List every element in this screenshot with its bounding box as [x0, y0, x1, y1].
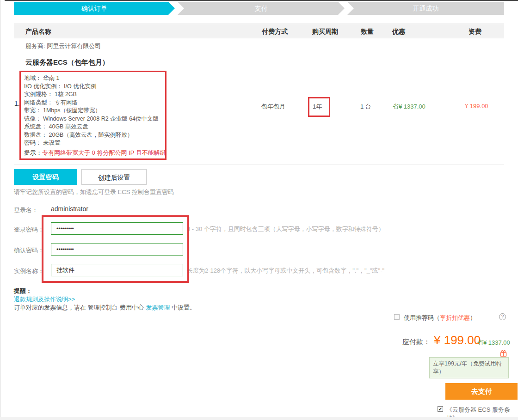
order-table-header: 产品名称 付费方式 购买周期 数量 优惠 资费	[14, 24, 504, 38]
col-payment-method: 付费方式	[262, 28, 288, 36]
instance-name-hint: 长度为2-128个字符，以大小写字母或中文开头，可包含数字，"."，"_"或"-…	[187, 267, 384, 275]
col-fee: 资费	[469, 28, 481, 36]
detail-io: I/O 优化实例： I/O 优化实例	[24, 83, 166, 91]
step-pay-label: 支付	[255, 5, 268, 12]
login-password-label: 登录密码：	[14, 225, 44, 234]
product-row-separator	[14, 164, 504, 165]
detail-bandwidth: 带宽： 1Mbps（按固定带宽）	[24, 107, 166, 115]
detail-spec: 实例规格： 1核 2GB	[24, 91, 166, 99]
login-name-value: administrator	[51, 205, 88, 213]
instance-name-input[interactable]	[51, 264, 183, 276]
tab-set-after-create[interactable]: 创建后设置	[81, 169, 147, 185]
tab-set-password[interactable]: 设置密码	[14, 169, 77, 185]
referral-label-prefix: 使用推荐码（	[404, 314, 440, 321]
help-icon[interactable]: ?	[499, 313, 506, 320]
tab-set-password-label: 设置密码	[33, 173, 59, 181]
step-success-label: 开通成功	[413, 5, 439, 12]
top-border-line	[5, 0, 518, 1]
reminder-title: 提醒：	[14, 287, 32, 295]
invoice-note-prefix: 订单对应的发票信息，请在 管理控制台-费用中心-	[14, 304, 146, 311]
referral-label-highlight: 享折扣优惠	[440, 314, 470, 321]
instance-name-label: 实例名称：	[14, 267, 44, 275]
payable-saving: 省¥ 1337.00	[477, 339, 510, 347]
login-password-input[interactable]	[51, 222, 183, 235]
detail-network: 网络类型： 专有网络	[24, 99, 166, 107]
row-index: 1.	[14, 100, 20, 107]
product-title: 云服务器ECS（包年包月）	[25, 58, 109, 67]
referral-code-checkbox[interactable]	[394, 314, 400, 320]
detail-password: 密码： 未设置	[24, 139, 166, 147]
col-discount: 优惠	[392, 28, 405, 36]
tab-set-after-create-label: 创建后设置	[98, 174, 130, 181]
col-purchase-period: 购买周期	[312, 28, 338, 36]
cell-quantity: 1 台	[360, 103, 371, 111]
cell-purchase-period: 1年	[313, 103, 322, 111]
product-detail-list: 地域： 华南 1 I/O 优化实例： I/O 优化实例 实例规格： 1核 2GB…	[24, 74, 166, 147]
promo-tooltip: 立享199元/年（免费试用特享）	[429, 357, 509, 378]
refund-rules-link-text[interactable]: 退款规则及操作说明>>	[14, 296, 75, 303]
gift-icon[interactable]	[500, 349, 507, 357]
col-product-name: 产品名称	[25, 28, 51, 36]
invoice-management-link[interactable]: 发票管理	[146, 304, 170, 311]
detail-region: 地域： 华南 1	[24, 74, 166, 83]
cell-discount: 省¥ 1337.00	[393, 103, 426, 111]
payable-amount: ¥ 199.00	[434, 333, 481, 347]
refund-rules-link[interactable]: 退款规则及操作说明>>	[14, 295, 75, 304]
detail-datadisk: 数据盘： 20GB（高效云盘，随实例释放）	[24, 131, 166, 140]
referral-label-suffix: ）	[470, 314, 476, 321]
terms-checkbox[interactable]: ✔	[438, 406, 443, 412]
confirm-password-input[interactable]	[51, 243, 183, 256]
go-pay-button[interactable]: 去支付	[445, 383, 518, 400]
password-note: 请牢记您所设置的密码，如遗忘可登录 ECS 控制台重置密码	[14, 188, 174, 196]
tip-label: 提示：	[24, 149, 42, 156]
order-confirm-page: 确认订单 支付 开通成功 产品名称 付费方式 购买周期 数量 优惠 资费 服务商…	[0, 0, 518, 420]
login-password-hint: 8 - 30 个字符，且同时包含三项（大写字母，小写字母，数字和特殊符号）	[187, 225, 384, 233]
vendor-row: 服务商: 阿里云计算有限公司	[14, 39, 504, 52]
payable-label: 应付款：	[402, 338, 430, 347]
login-name-label: 登录名：	[14, 206, 38, 214]
col-quantity: 数量	[361, 28, 374, 36]
invoice-note-suffix: 中设置。	[170, 304, 196, 311]
cell-fee: ¥ 199.00	[465, 103, 488, 110]
step-pay: 支付	[178, 2, 345, 15]
invoice-note: 订单对应的发票信息，请在 管理控制台-费用中心-发票管理 中设置。	[14, 304, 196, 312]
detail-image: 镜像： Windows Server 2008 R2 企业版 64位中文版	[24, 115, 166, 123]
bottom-edge-strip	[0, 417, 518, 420]
cell-payment-method: 包年包月	[261, 103, 285, 111]
step-success: 开通成功	[347, 2, 504, 15]
left-edge-line	[0, 0, 1, 420]
vpc-tip-line: 提示：专有网络带宽大于 0 将分配公网 IP 且不能解绑	[24, 149, 166, 157]
vendor-name: 服务商: 阿里云计算有限公司	[25, 42, 101, 50]
detail-sysdisk: 系统盘： 40GB 高效云盘	[24, 123, 166, 131]
confirm-password-label: 确认密码：	[14, 246, 44, 255]
step-confirm-order-label: 确认订单	[81, 5, 107, 12]
referral-code-label: 使用推荐码（享折扣优惠）	[404, 314, 476, 322]
step-confirm-order: 确认订单	[14, 2, 175, 15]
tip-text: 专有网络带宽大于 0 将分配公网 IP 且不能解绑	[42, 149, 166, 156]
